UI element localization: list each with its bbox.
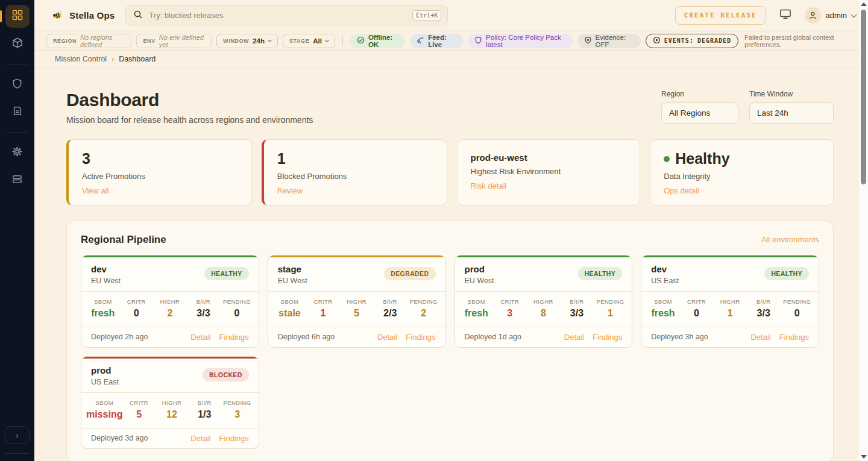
search-shortcut-kbd: Ctrl+K — [412, 10, 441, 20]
data-integrity-card: Healthy Data Integrity Ops detail — [650, 139, 834, 205]
scrollbar-up-arrow[interactable] — [861, 2, 867, 6]
region-chip-label: REGION — [53, 38, 77, 44]
gear-icon — [11, 146, 23, 160]
policy-status-chip: Policy: Core Policy Pack latest — [468, 34, 572, 48]
breadcrumb-mission-control[interactable]: Mission Control — [55, 55, 107, 63]
all-environments-link[interactable]: All environments — [761, 235, 819, 244]
status-badge: HEALTHY — [764, 267, 809, 280]
stage-dropdown-label: STAGE — [289, 38, 309, 44]
create-release-button[interactable]: CREATE RELEASE — [675, 6, 766, 25]
findings-link[interactable]: Findings — [593, 333, 622, 342]
sidebar-item-documents[interactable] — [5, 101, 30, 124]
main-content: Dashboard Mission board for release heal… — [34, 68, 868, 461]
pipeline-card-dev-us-east: dev US East HEALTHY SBOMfresh CRITR0 HIG… — [641, 255, 819, 348]
highest-risk-value: prod-eu-west — [471, 152, 627, 163]
stat-value-pending: 3 — [221, 409, 253, 420]
time-window-filter-select[interactable]: Last 24h — [749, 102, 834, 124]
env-chip-value: No env defined yet — [159, 34, 205, 48]
package-icon — [11, 37, 24, 51]
global-search[interactable]: Ctrl+K — [125, 5, 448, 25]
stat-value-pending: 0 — [220, 308, 254, 319]
active-promotions-label: Active Promotions — [82, 172, 238, 181]
check-circle-icon — [357, 36, 365, 45]
status-badge: HEALTHY — [578, 267, 623, 280]
highest-risk-label: Highest Risk Environment — [471, 167, 627, 176]
regional-pipeline-panel: Regional Pipeline All environments dev E… — [66, 221, 834, 461]
stat-header-critr: CRITR — [120, 298, 154, 305]
review-link[interactable]: Review — [277, 186, 303, 195]
stat-header-highr: HIGHR — [340, 298, 374, 305]
env-chip[interactable]: ENV No env defined yet — [136, 34, 212, 48]
vertical-scrollbar[interactable] — [859, 0, 868, 461]
stat-header-sbom: SBOM — [460, 298, 494, 305]
sidebar-expand-button[interactable]: › — [5, 426, 30, 444]
evidence-status-label: Evidence: OFF — [596, 34, 634, 48]
stat-header-bir: B/I/R — [187, 298, 221, 305]
stat-value-sbom: fresh — [86, 308, 120, 319]
stat-header-critr: CRITR — [306, 298, 340, 305]
feed-status-label: Feed: Live — [428, 34, 456, 48]
region-filter: Region All Regions — [661, 90, 738, 125]
stat-value-highr: 1 — [713, 308, 747, 319]
deployed-text: Deployed 2h ago — [91, 333, 148, 341]
region-filter-select[interactable]: All Regions — [661, 102, 738, 124]
ops-detail-link[interactable]: Ops detail — [664, 186, 699, 195]
chevron-right-icon: › — [16, 431, 18, 440]
user-menu[interactable]: admin — [805, 7, 856, 24]
stat-header-sbom: SBOM — [86, 298, 120, 305]
stat-header-highr: HIGHR — [527, 298, 561, 305]
findings-link[interactable]: Findings — [219, 333, 249, 342]
toolbar-divider — [342, 36, 343, 46]
stat-header-highr: HIGHR — [713, 298, 747, 305]
stat-header-bir: B/I/R — [188, 400, 221, 406]
sidebar-item-security[interactable] — [5, 73, 30, 96]
env-chip-label: ENV — [143, 38, 155, 44]
detail-link[interactable]: Detail — [751, 333, 771, 342]
findings-link[interactable]: Findings — [219, 434, 249, 443]
stat-header-bir: B/I/R — [560, 298, 594, 305]
deployed-text: Deployed 3h ago — [651, 333, 708, 341]
page-title: Dashboard — [66, 90, 313, 110]
detail-link[interactable]: Detail — [190, 333, 210, 342]
scrollbar-down-arrow[interactable] — [861, 455, 867, 459]
scrollbar-thumb[interactable] — [861, 10, 866, 184]
blocked-promotions-value: 1 — [277, 150, 433, 168]
detail-link[interactable]: Detail — [564, 333, 584, 342]
sidebar-item-infrastructure[interactable] — [5, 169, 30, 192]
window-dropdown[interactable]: WINDOW 24h — [216, 34, 278, 48]
search-icon — [133, 10, 143, 22]
stack-icon — [11, 174, 23, 187]
findings-link[interactable]: Findings — [779, 333, 809, 342]
chevron-down-icon — [325, 38, 329, 42]
detail-link[interactable]: Detail — [190, 434, 210, 443]
detail-link[interactable]: Detail — [377, 333, 397, 342]
stat-value-sbom: fresh — [460, 308, 494, 319]
sidebar-item-dashboard[interactable] — [5, 5, 30, 28]
data-integrity-value: Healthy — [664, 150, 820, 168]
stage-dropdown[interactable]: STAGE All — [283, 34, 335, 48]
events-status-chip: EVENTS: DEGRADED — [646, 34, 738, 48]
stat-header-bir: B/I/R — [373, 298, 407, 305]
env-region: US East — [91, 378, 119, 386]
view-all-link[interactable]: View all — [82, 186, 109, 195]
monitor-icon[interactable] — [779, 8, 791, 22]
stat-header-bir: B/I/R — [747, 298, 781, 305]
search-input[interactable] — [149, 11, 406, 20]
risk-detail-link[interactable]: Risk detail — [471, 181, 507, 190]
status-badge: BLOCKED — [203, 368, 249, 381]
brand[interactable]: Stella Ops — [51, 8, 115, 23]
stat-value-bir: 3/3 — [747, 308, 781, 319]
offline-status-label: Offline: OK — [368, 34, 398, 48]
findings-link[interactable]: Findings — [406, 333, 435, 342]
stage-dropdown-value: All — [313, 37, 322, 45]
stat-value-critr: 0 — [120, 308, 154, 319]
pipeline-card-dev-eu-west: dev EU West HEALTHY SBOMfresh CRITR0 HIG… — [81, 255, 259, 348]
stat-header-sbom: SBOM — [646, 298, 680, 305]
region-chip[interactable]: REGION No regions defined — [46, 34, 131, 48]
stat-header-pending: PENDING — [220, 298, 254, 305]
sidebar-item-releases[interactable] — [5, 33, 30, 55]
stat-header-sbom: SBOM — [86, 400, 122, 406]
sidebar-item-settings[interactable] — [5, 141, 30, 164]
stat-value-critr: 0 — [680, 308, 714, 319]
window-dropdown-value: 24h — [253, 37, 265, 45]
